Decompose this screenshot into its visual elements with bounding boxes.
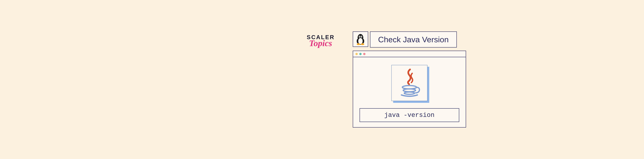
window-control-close <box>363 53 366 55</box>
browser-titlebar <box>353 51 466 57</box>
svg-point-12 <box>403 89 416 92</box>
browser-window: java -version <box>353 51 466 128</box>
svg-point-5 <box>359 36 360 37</box>
svg-point-10 <box>362 39 364 43</box>
title-box: Check Java Version <box>370 32 457 48</box>
window-control-maximize <box>359 53 362 55</box>
browser-content: java -version <box>353 57 466 127</box>
svg-point-2 <box>358 38 362 44</box>
svg-point-7 <box>357 43 360 45</box>
java-logo-icon <box>398 68 421 98</box>
command-box: java -version <box>360 108 459 122</box>
content-block: Check Java Version <box>353 32 466 128</box>
linux-penguin-box <box>353 32 368 47</box>
command-text: java -version <box>384 112 434 119</box>
header-row: Check Java Version <box>353 32 466 48</box>
svg-point-9 <box>357 39 358 43</box>
svg-point-13 <box>404 92 414 94</box>
svg-point-8 <box>361 43 364 45</box>
svg-point-6 <box>361 36 362 37</box>
scaler-topics-logo: SCALER Topics <box>307 34 335 48</box>
page-title: Check Java Version <box>378 35 448 44</box>
java-logo-wrapper <box>391 65 427 101</box>
main-container: SCALER Topics <box>307 32 466 128</box>
java-logo-box <box>391 65 427 101</box>
window-control-minimize <box>355 53 358 55</box>
topics-logo-text: Topics <box>309 38 335 48</box>
linux-penguin-icon <box>355 33 366 45</box>
